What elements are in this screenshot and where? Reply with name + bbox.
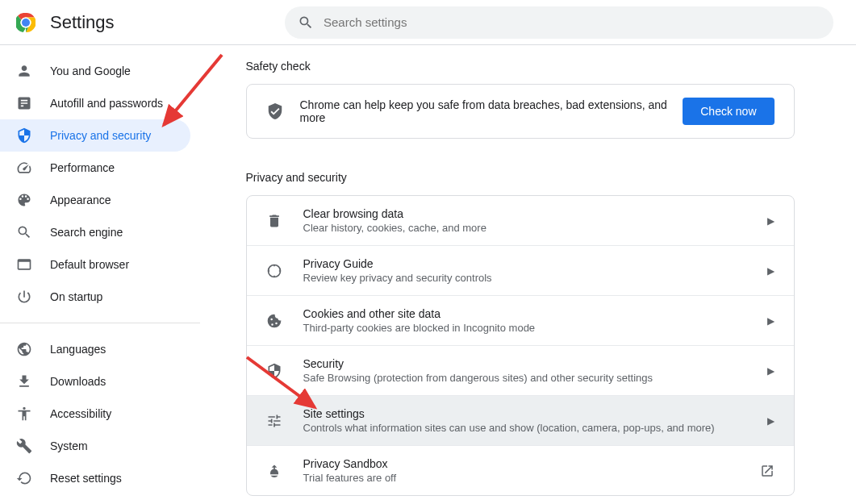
chrome-logo-icon	[16, 13, 35, 32]
shield-icon	[266, 363, 282, 379]
chevron-right-icon: ▶	[767, 215, 775, 227]
sidebar-item-label: Privacy and security	[50, 129, 151, 142]
row-sub: Clear history, cookies, cache, and more	[303, 222, 767, 234]
search-icon	[298, 15, 314, 31]
check-now-button[interactable]: Check now	[683, 98, 774, 125]
row-title: Privacy Sandbox	[303, 457, 760, 470]
external-link-icon	[760, 464, 775, 478]
search-icon	[16, 224, 32, 240]
sidebar-item-search-engine[interactable]: Search engine	[0, 216, 190, 248]
row-cookies[interactable]: Cookies and other site data Third-party …	[247, 296, 794, 346]
sidebar-item-label: Search engine	[50, 226, 123, 239]
sidebar-item-appearance[interactable]: Appearance	[0, 184, 190, 216]
privacy-card: Clear browsing data Clear history, cooki…	[246, 195, 795, 496]
search-container	[285, 6, 833, 39]
sidebar-item-default-browser[interactable]: Default browser	[0, 248, 190, 281]
shield-icon	[16, 127, 32, 144]
shield-check-icon	[266, 102, 284, 120]
sidebar-divider	[0, 323, 200, 323]
sidebar-item-label: Accessibility	[50, 407, 111, 420]
sidebar-item-label: Default browser	[50, 258, 129, 271]
row-sub: Third-party cookies are blocked in Incog…	[303, 322, 767, 334]
download-icon	[16, 373, 32, 389]
palette-icon	[16, 192, 32, 208]
sidebar-item-you-and-google[interactable]: You and Google	[0, 55, 190, 87]
row-title: Site settings	[303, 407, 767, 420]
sidebar-item-privacy[interactable]: Privacy and security	[0, 119, 190, 152]
row-site-settings[interactable]: Site settings Controls what information …	[247, 396, 794, 446]
row-title: Cookies and other site data	[303, 307, 767, 320]
reset-icon	[16, 470, 32, 486]
sidebar-item-label: On startup	[50, 290, 102, 303]
sidebar-item-languages[interactable]: Languages	[0, 333, 190, 365]
globe-icon	[16, 341, 32, 357]
wrench-icon	[16, 438, 32, 454]
row-security[interactable]: Security Safe Browsing (protection from …	[247, 346, 794, 396]
page-title: Settings	[50, 12, 115, 33]
svg-point-2	[22, 19, 30, 27]
privacy-section-header: Privacy and security	[246, 171, 795, 184]
safety-check-header: Safety check	[246, 60, 795, 73]
row-title: Clear browsing data	[303, 207, 767, 220]
chevron-right-icon: ▶	[767, 265, 775, 277]
chevron-right-icon: ▶	[767, 365, 775, 377]
row-sub: Trial features are off	[303, 472, 760, 484]
sidebar-item-label: Performance	[50, 161, 115, 174]
content-inner: Safety check Chrome can help keep you sa…	[246, 60, 795, 496]
row-clear-browsing-data[interactable]: Clear browsing data Clear history, cooki…	[247, 196, 794, 246]
sidebar-item-system[interactable]: System	[0, 430, 190, 462]
row-sub: Controls what information sites can use …	[303, 422, 767, 434]
safety-text: Chrome can help keep you safe from data …	[300, 98, 683, 124]
sidebar: You and Google Autofill and passwords Pr…	[0, 45, 200, 504]
row-privacy-sandbox[interactable]: Privacy Sandbox Trial features are off	[247, 446, 794, 495]
accessibility-icon	[16, 406, 32, 422]
tune-icon	[266, 413, 282, 429]
sidebar-item-accessibility[interactable]: Accessibility	[0, 398, 190, 430]
speed-icon	[16, 160, 32, 176]
compass-icon	[266, 263, 282, 279]
sidebar-item-label: Downloads	[50, 375, 106, 388]
sidebar-item-on-startup[interactable]: On startup	[0, 281, 190, 313]
sidebar-item-label: Appearance	[50, 194, 111, 206]
browser-icon	[16, 256, 32, 273]
sidebar-item-downloads[interactable]: Downloads	[0, 365, 190, 398]
sidebar-item-autofill[interactable]: Autofill and passwords	[0, 87, 190, 119]
trash-icon	[266, 213, 282, 229]
row-privacy-guide[interactable]: Privacy Guide Review key privacy and sec…	[247, 246, 794, 296]
search-input[interactable]	[324, 15, 821, 29]
sidebar-item-label: Reset settings	[50, 472, 122, 485]
layout: You and Google Autofill and passwords Pr…	[0, 45, 856, 504]
header: Settings	[0, 0, 856, 45]
row-sub: Safe Browsing (protection from dangerous…	[303, 372, 767, 384]
row-title: Security	[303, 357, 767, 370]
chevron-right-icon: ▶	[767, 415, 775, 427]
person-icon	[16, 63, 32, 79]
svg-point-3	[268, 264, 280, 277]
content: Safety check Chrome can help keep you sa…	[200, 45, 856, 504]
safety-check-row: Chrome can help keep you safe from data …	[247, 85, 794, 138]
autofill-icon	[16, 95, 32, 111]
row-title: Privacy Guide	[303, 257, 767, 270]
search-box[interactable]	[285, 6, 833, 39]
chevron-right-icon: ▶	[767, 315, 775, 327]
power-icon	[16, 289, 32, 305]
row-sub: Review key privacy and security controls	[303, 272, 767, 284]
sidebar-item-performance[interactable]: Performance	[0, 152, 190, 184]
safety-check-card: Chrome can help keep you safe from data …	[246, 84, 795, 139]
sidebar-item-reset[interactable]: Reset settings	[0, 462, 190, 494]
sidebar-item-label: Autofill and passwords	[50, 97, 163, 110]
sidebar-item-label: Languages	[50, 343, 106, 356]
flask-icon	[266, 463, 282, 479]
cookie-icon	[266, 313, 282, 329]
sidebar-item-label: System	[50, 439, 88, 452]
sidebar-item-label: You and Google	[50, 65, 131, 77]
